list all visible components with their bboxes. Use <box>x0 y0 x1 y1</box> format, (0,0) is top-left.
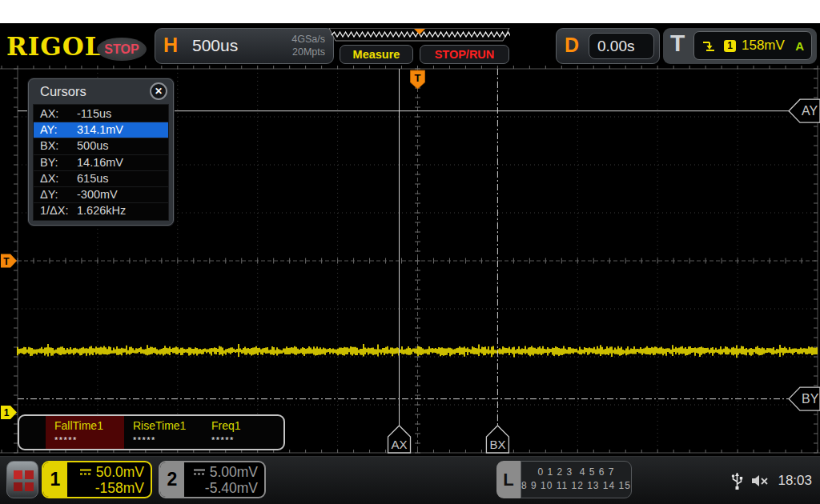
cursor-label: 1/ΔX: <box>40 203 77 218</box>
channel2-button[interactable]: 2 5.00mV -5.40mV <box>159 461 266 498</box>
cursor-row-ax[interactable]: AX:-115us <box>34 106 168 122</box>
cursor-label: AX: <box>40 106 77 122</box>
grid-square-icon <box>25 482 34 491</box>
grid-square-icon <box>14 470 22 479</box>
cursor-label: ΔX: <box>40 171 77 186</box>
cursor-value: 500us <box>77 139 109 152</box>
logic-row-2: 8 9 10 11 12 13 14 15 <box>521 479 631 493</box>
channel1-scale: 50.0mV <box>96 464 144 480</box>
grid-square-icon <box>25 470 34 479</box>
cursor-value: 615us <box>77 172 109 185</box>
logic-channel-numbers: 0 1 2 3 4 5 6 7 8 9 10 11 12 13 14 15 <box>521 461 632 498</box>
channel2-values: 5.00mV -5.40mV <box>184 462 264 497</box>
channel-status-bar: 1 50.0mV -158mV 2 <box>0 456 820 504</box>
measurement-value: ***** <box>133 435 203 445</box>
cursor-label: BX: <box>40 138 77 154</box>
cursor-label: ΔY: <box>40 187 77 202</box>
grid-square-icon <box>14 482 22 491</box>
menu-grid-button[interactable] <box>6 461 38 498</box>
measurement-falltime[interactable]: FallTime1 ***** <box>46 416 124 449</box>
cursors-list: AX:-115us AY:314.1mV BX:500us BY:14.16mV… <box>33 104 169 221</box>
cursor-value: 1.626kHz <box>77 204 126 217</box>
channel1-values: 50.0mV -158mV <box>67 462 151 497</box>
measurement-name: Freq1 <box>211 419 281 432</box>
measurement-name: FallTime1 <box>54 419 124 432</box>
measurement-value: ***** <box>54 435 124 445</box>
channel1-button[interactable]: 1 50.0mV -158mV <box>42 461 152 498</box>
close-icon[interactable]: ✕ <box>150 82 167 100</box>
cursor-row-dy[interactable]: ΔY:-300mV <box>34 187 168 203</box>
clock: 18:03 <box>778 473 812 489</box>
cursor-row-inv-dx[interactable]: 1/ΔX:1.626kHz <box>34 203 168 218</box>
channel1-offset: -158mV <box>95 480 144 496</box>
measurement-freq[interactable]: Freq1 ***** <box>203 416 281 449</box>
system-tray: 18:03 <box>731 457 817 504</box>
svg-text:BY: BY <box>802 392 819 406</box>
svg-text:1: 1 <box>4 407 10 418</box>
svg-text:T: T <box>415 72 421 84</box>
measurement-panel: FallTime1 ***** RiseTime1 ***** Freq1 **… <box>18 414 285 450</box>
speaker-muted-icon <box>750 473 771 489</box>
measurement-name: RiseTime1 <box>133 419 203 432</box>
cursor-row-dx[interactable]: ΔX:615us <box>34 171 168 187</box>
channel2-number: 2 <box>160 462 184 497</box>
usb-icon <box>731 471 743 490</box>
svg-text:AX: AX <box>392 438 408 451</box>
cursors-panel: Cursors ✕ AX:-115us AY:314.1mV BX:500us … <box>28 78 174 226</box>
cursors-panel-title: Cursors ✕ <box>29 79 173 104</box>
cursor-value: -115us <box>77 107 111 120</box>
measurement-value: ***** <box>211 435 281 445</box>
logic-channels-button[interactable]: L 0 1 2 3 4 5 6 7 8 9 10 11 12 13 14 15 <box>496 461 601 498</box>
svg-text:BX: BX <box>489 438 505 451</box>
cursor-value: -300mV <box>77 188 118 201</box>
dc-coupling-icon <box>193 468 206 476</box>
cursor-row-bx[interactable]: BX:500us <box>34 138 168 154</box>
cursor-row-ay[interactable]: AY:314.1mV <box>34 122 168 138</box>
channel2-offset: -5.40mV <box>205 480 258 496</box>
measurement-risetime[interactable]: RiseTime1 ***** <box>124 416 203 449</box>
logic-label: L <box>496 461 521 498</box>
svg-text:AY: AY <box>802 104 818 118</box>
cursor-label: AY: <box>40 122 77 138</box>
cursor-row-by[interactable]: BY:14.16mV <box>34 155 168 171</box>
dc-coupling-icon <box>79 468 92 476</box>
channel1-number: 1 <box>43 462 67 497</box>
cursor-value: 314.1mV <box>77 123 123 136</box>
svg-text:T: T <box>3 256 10 267</box>
channel2-scale: 5.00mV <box>210 464 258 480</box>
cursors-title-text: Cursors <box>40 84 86 98</box>
oscilloscope-screen: MSO5102 Fri October 11 18:04:10 2024 AXB… <box>0 0 820 504</box>
cursor-label: BY: <box>40 155 77 170</box>
cursor-value: 14.16mV <box>77 156 123 169</box>
logic-row-1: 0 1 2 3 4 5 6 7 <box>521 466 631 479</box>
